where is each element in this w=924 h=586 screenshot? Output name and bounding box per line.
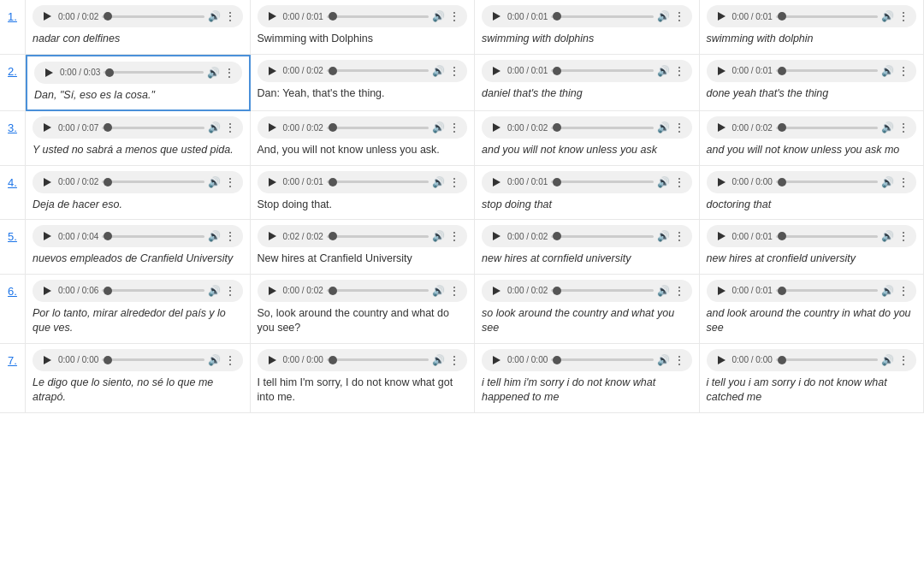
play-button-r1-c3[interactable] [489, 9, 504, 24]
more-icon-r6-c1[interactable]: ⋮ [224, 284, 236, 298]
volume-icon-r4-c1[interactable]: 🔊 [208, 176, 221, 188]
more-icon-r3-c2[interactable]: ⋮ [448, 121, 460, 134]
progress-bar-r1-c3[interactable] [551, 15, 653, 18]
more-icon-r5-c4[interactable]: ⋮ [897, 229, 909, 243]
play-button-r4-c1[interactable] [39, 175, 55, 190]
more-icon-r3-c3[interactable]: ⋮ [673, 121, 685, 134]
progress-bar-r7-c1[interactable] [102, 358, 204, 361]
more-icon-r3-c1[interactable]: ⋮ [224, 121, 236, 134]
progress-bar-r5-c2[interactable] [327, 235, 429, 238]
more-icon-r5-c1[interactable]: ⋮ [224, 229, 236, 243]
progress-bar-r2-c2[interactable] [327, 69, 429, 72]
progress-bar-r7-c3[interactable] [551, 358, 653, 361]
more-icon-r6-c3[interactable]: ⋮ [673, 284, 685, 298]
more-icon-r3-c4[interactable]: ⋮ [897, 121, 909, 134]
more-icon-r1-c1[interactable]: ⋮ [224, 9, 236, 23]
volume-icon-r5-c1[interactable]: 🔊 [208, 230, 221, 242]
volume-icon-r7-c3[interactable]: 🔊 [657, 354, 670, 366]
progress-bar-r3-c1[interactable] [102, 127, 204, 129]
volume-icon-r4-c2[interactable]: 🔊 [432, 176, 445, 188]
progress-bar-r2-c4[interactable] [776, 69, 878, 72]
volume-icon-r1-c3[interactable]: 🔊 [657, 10, 670, 22]
volume-icon-r1-c4[interactable]: 🔊 [881, 10, 894, 22]
progress-bar-r6-c3[interactable] [551, 289, 653, 292]
play-button-r6-c2[interactable] [264, 283, 280, 299]
progress-bar-r7-c4[interactable] [776, 358, 878, 361]
more-icon-r2-c4[interactable]: ⋮ [897, 64, 909, 78]
play-button-r6-c1[interactable] [39, 283, 55, 299]
progress-bar-r5-c3[interactable] [551, 235, 653, 238]
play-button-r5-c1[interactable] [39, 228, 55, 244]
row-num-3[interactable]: 3. [0, 111, 26, 166]
play-button-r5-c3[interactable] [489, 228, 504, 244]
play-button-r7-c2[interactable] [264, 352, 280, 368]
play-button-r4-c4[interactable] [714, 175, 729, 190]
play-button-r7-c4[interactable] [714, 352, 729, 368]
more-icon-r4-c3[interactable]: ⋮ [673, 175, 685, 189]
more-icon-r2-c2[interactable]: ⋮ [448, 64, 460, 78]
row-num-6[interactable]: 6. [0, 275, 26, 344]
more-icon-r2-c1[interactable]: ⋮ [223, 66, 235, 80]
row-num-7[interactable]: 7. [0, 344, 26, 413]
play-button-r3-c1[interactable] [39, 120, 55, 135]
progress-bar-r1-c1[interactable] [102, 15, 204, 18]
play-button-r3-c4[interactable] [714, 120, 729, 135]
progress-bar-r6-c4[interactable] [776, 289, 878, 292]
volume-icon-r4-c3[interactable]: 🔊 [657, 176, 670, 188]
volume-icon-r2-c1[interactable]: 🔊 [207, 67, 220, 79]
more-icon-r5-c3[interactable]: ⋮ [673, 229, 685, 243]
volume-icon-r7-c2[interactable]: 🔊 [432, 354, 445, 366]
progress-bar-r4-c1[interactable] [102, 181, 204, 183]
play-button-r3-c3[interactable] [489, 120, 504, 135]
volume-icon-r5-c3[interactable]: 🔊 [657, 230, 670, 242]
volume-icon-r7-c1[interactable]: 🔊 [208, 354, 221, 366]
play-button-r7-c3[interactable] [489, 352, 504, 368]
volume-icon-r6-c2[interactable]: 🔊 [432, 285, 445, 297]
row-num-4[interactable]: 4. [0, 166, 26, 221]
volume-icon-r3-c1[interactable]: 🔊 [208, 121, 221, 133]
more-icon-r5-c2[interactable]: ⋮ [448, 229, 460, 243]
volume-icon-r7-c4[interactable]: 🔊 [881, 354, 894, 366]
more-icon-r4-c1[interactable]: ⋮ [224, 175, 236, 189]
volume-icon-r2-c4[interactable]: 🔊 [881, 65, 894, 77]
more-icon-r7-c4[interactable]: ⋮ [897, 353, 909, 367]
volume-icon-r3-c3[interactable]: 🔊 [657, 121, 670, 133]
more-icon-r7-c2[interactable]: ⋮ [448, 353, 460, 367]
play-button-r3-c2[interactable] [264, 120, 280, 135]
progress-bar-r3-c2[interactable] [327, 127, 429, 129]
progress-bar-r3-c3[interactable] [551, 127, 653, 129]
volume-icon-r6-c1[interactable]: 🔊 [208, 285, 221, 297]
more-icon-r7-c3[interactable]: ⋮ [673, 353, 685, 367]
more-icon-r2-c3[interactable]: ⋮ [673, 64, 685, 78]
play-button-r2-c4[interactable] [714, 63, 729, 79]
progress-bar-r3-c4[interactable] [776, 127, 878, 129]
volume-icon-r5-c4[interactable]: 🔊 [881, 230, 894, 242]
row-num-2[interactable]: 2. [0, 55, 26, 112]
more-icon-r1-c3[interactable]: ⋮ [673, 9, 685, 23]
play-button-r6-c4[interactable] [714, 283, 729, 299]
progress-bar-r2-c1[interactable] [104, 71, 203, 74]
volume-icon-r6-c4[interactable]: 🔊 [881, 285, 894, 297]
play-button-r7-c1[interactable] [39, 352, 55, 368]
progress-bar-r5-c1[interactable] [102, 235, 204, 238]
progress-bar-r5-c4[interactable] [776, 235, 878, 238]
more-icon-r6-c4[interactable]: ⋮ [897, 284, 909, 298]
play-button-r5-c4[interactable] [714, 228, 729, 244]
volume-icon-r5-c2[interactable]: 🔊 [432, 230, 445, 242]
more-icon-r4-c2[interactable]: ⋮ [448, 175, 460, 189]
progress-bar-r7-c2[interactable] [327, 358, 429, 361]
play-button-r2-c2[interactable] [264, 63, 280, 79]
more-icon-r7-c1[interactable]: ⋮ [224, 353, 236, 367]
volume-icon-r6-c3[interactable]: 🔊 [657, 285, 670, 297]
volume-icon-r1-c2[interactable]: 🔊 [432, 10, 445, 22]
more-icon-r4-c4[interactable]: ⋮ [897, 175, 909, 189]
more-icon-r1-c2[interactable]: ⋮ [448, 9, 460, 23]
play-button-r2-c3[interactable] [489, 63, 504, 79]
volume-icon-r3-c4[interactable]: 🔊 [881, 121, 894, 133]
progress-bar-r1-c2[interactable] [327, 15, 429, 18]
play-button-r1-c2[interactable] [264, 9, 280, 24]
progress-bar-r4-c4[interactable] [776, 181, 878, 183]
play-button-r1-c1[interactable] [39, 9, 55, 24]
play-button-r2-c1[interactable] [41, 65, 56, 80]
progress-bar-r4-c2[interactable] [327, 181, 429, 183]
